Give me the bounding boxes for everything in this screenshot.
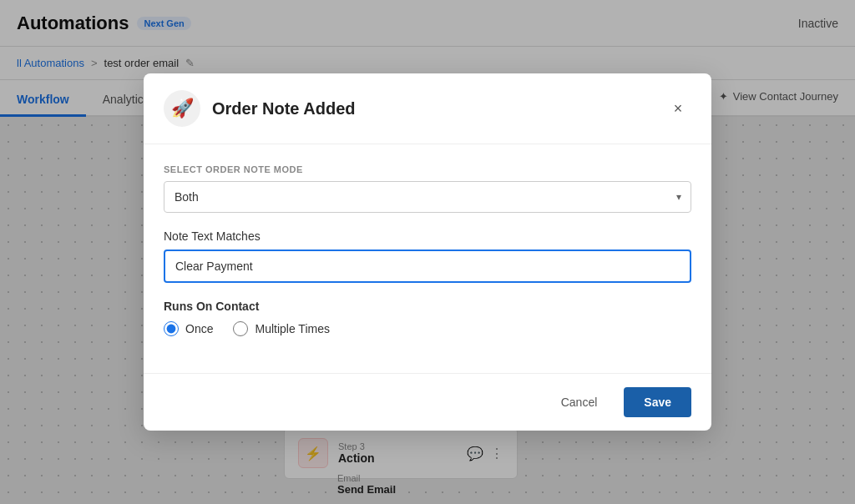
radio-multiple[interactable]: Multiple Times	[233, 321, 329, 336]
radio-once-input[interactable]	[164, 321, 179, 336]
close-button[interactable]: ×	[665, 95, 691, 122]
save-button[interactable]: Save	[624, 387, 691, 417]
note-text-group: Note Text Matches	[164, 229, 691, 283]
order-note-modal: 🚀 Order Note Added × SELECT ORDER NOTE M…	[144, 73, 711, 431]
modal-overlay: 🚀 Order Note Added × SELECT ORDER NOTE M…	[0, 0, 855, 504]
modal-header: 🚀 Order Note Added ×	[144, 73, 711, 144]
note-text-label: Note Text Matches	[164, 229, 691, 243]
modal-title: Order Note Added	[212, 99, 653, 118]
runs-on-contact-group: Runs On Contact Once Multiple Times	[164, 300, 691, 336]
select-wrapper: Both Customer Note Private Note ▾	[164, 181, 691, 213]
modal-body: SELECT ORDER NOTE MODE Both Customer Not…	[144, 144, 711, 373]
modal-icon: 🚀	[164, 90, 200, 127]
modal-footer: Cancel Save	[144, 373, 711, 431]
note-text-input[interactable]	[164, 249, 691, 283]
select-mode-group: SELECT ORDER NOTE MODE Both Customer Not…	[164, 164, 691, 213]
radio-once[interactable]: Once	[164, 321, 213, 336]
runs-on-label: Runs On Contact	[164, 300, 691, 313]
radio-multiple-label: Multiple Times	[255, 322, 329, 335]
select-mode-label: SELECT ORDER NOTE MODE	[164, 164, 691, 174]
cancel-button[interactable]: Cancel	[544, 387, 615, 417]
radio-group: Once Multiple Times	[164, 321, 691, 336]
radio-multiple-input[interactable]	[233, 321, 248, 336]
radio-once-label: Once	[185, 322, 213, 335]
order-note-mode-select[interactable]: Both Customer Note Private Note	[164, 181, 691, 213]
